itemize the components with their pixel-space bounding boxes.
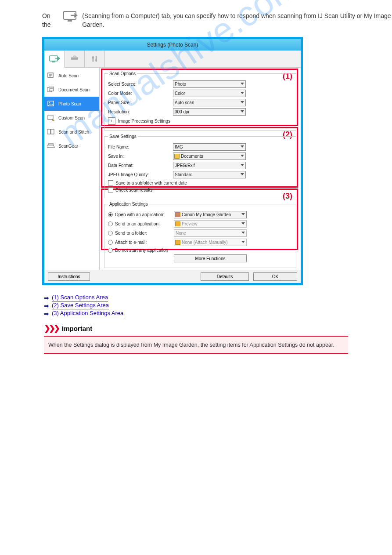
chevron-down-icon	[241, 101, 244, 103]
save-subfolder-label: Save to a subfolder with current date	[115, 181, 187, 185]
link-scan-options[interactable]: (1) Scan Options Area	[52, 294, 108, 301]
jpeg-quality-dropdown[interactable]: Standard	[173, 171, 246, 178]
open-app-dropdown[interactable]: Canon My Image Garden	[174, 211, 247, 218]
computer-tab-icon	[63, 11, 79, 22]
ok-button[interactable]: OK	[253, 272, 297, 281]
important-note: When the Settings dialog is displayed fr…	[44, 336, 348, 354]
tab-scan-from-computer[interactable]	[44, 51, 65, 68]
chevron-down-icon	[241, 92, 244, 94]
svg-rect-3	[52, 62, 55, 62]
chevron-down-icon	[241, 222, 245, 225]
sidebar-item-label: Photo Scan	[58, 102, 81, 106]
sidebar-item-label: Custom Scan	[58, 116, 85, 120]
no-app-radio[interactable]	[108, 248, 113, 253]
open-app-label: Open with an application:	[115, 212, 174, 217]
data-format-dropdown[interactable]: JPEG/Exif	[173, 162, 246, 169]
open-app-radio[interactable]	[108, 212, 113, 217]
resolution-dropdown[interactable]: 300 dpi	[173, 108, 246, 116]
sidebar-item-label: Scan and Stitch	[58, 130, 89, 134]
arrow-right-icon: ➡	[44, 310, 49, 317]
resolution-label: Resolution:	[108, 109, 173, 114]
scan-options-legend: Scan Options	[108, 71, 137, 76]
sidebar-item-document-scan[interactable]: Document Scan	[44, 83, 99, 97]
no-app-label: Do not start any application	[115, 248, 168, 253]
paper-size-label: Paper Size:	[108, 100, 173, 105]
save-in-label: Save in:	[108, 154, 173, 159]
check-results-label: Check scan results	[115, 188, 152, 192]
app-icon	[175, 240, 180, 245]
ips-label: Image Processing Settings	[118, 119, 170, 123]
chevron-down-icon	[241, 241, 245, 243]
svg-rect-15	[47, 129, 50, 134]
chevron-down-icon	[241, 232, 245, 234]
color-mode-label: Color Mode:	[108, 91, 173, 96]
data-format-label: Data Format:	[108, 163, 173, 168]
important-title: Important	[62, 325, 92, 332]
intro-prefix: On the	[42, 12, 59, 29]
intro-suffix: (Scanning from a Computer) tab, you can …	[82, 12, 392, 29]
sidebar-item-scangear[interactable]: ScanGear	[44, 139, 99, 153]
sidebar-item-auto-scan[interactable]: Auto Scan	[44, 69, 99, 83]
svg-point-7	[92, 57, 94, 59]
attach-email-radio[interactable]	[108, 240, 113, 245]
color-mode-dropdown[interactable]: Color	[173, 90, 246, 97]
svg-point-8	[95, 59, 97, 62]
sidebar-item-photo-scan[interactable]: Photo Scan	[44, 97, 99, 111]
attach-email-label: Attach to e-mail:	[115, 240, 174, 245]
sidebar-item-scan-stitch[interactable]: Scan and Stitch	[44, 125, 99, 139]
save-settings-legend: Save Settings	[108, 134, 138, 139]
arrow-right-icon: ➡	[44, 302, 49, 309]
link-app-settings[interactable]: (3) Application Settings Area	[52, 310, 123, 317]
send-folder-label: Send to a folder:	[115, 231, 174, 236]
send-app-label: Send to an application:	[115, 221, 174, 226]
chevron-down-icon	[241, 164, 244, 166]
folder-icon	[174, 154, 180, 159]
chevron-down-icon	[241, 155, 244, 157]
instructions-button[interactable]: Instructions	[48, 272, 90, 281]
expand-ips-button[interactable]: +	[108, 117, 115, 125]
app-settings-fieldset: Application Settings Open with an applic…	[104, 202, 296, 268]
check-results-checkbox[interactable]	[108, 187, 113, 192]
send-app-dropdown: Preview	[174, 220, 247, 228]
chevron-down-icon	[241, 110, 244, 112]
file-name-input[interactable]: IMG	[173, 143, 246, 151]
auto-scan-icon	[47, 72, 55, 79]
save-in-dropdown[interactable]: Documents	[173, 152, 246, 160]
send-app-radio[interactable]	[108, 221, 113, 226]
more-functions-button[interactable]: More Functions	[174, 254, 247, 262]
dialog-title: Settings (Photo Scan)	[44, 39, 301, 51]
svg-point-13	[49, 102, 50, 104]
tab-scan-from-panel[interactable]	[65, 51, 85, 67]
app-settings-legend: Application Settings	[108, 202, 149, 207]
jpeg-quality-label: JPEG Image Quality:	[108, 172, 173, 177]
attach-email-dropdown: None (Attach Manually)	[174, 239, 247, 246]
save-subfolder-checkbox[interactable]	[108, 180, 113, 185]
chevron-down-icon	[241, 145, 244, 148]
paper-size-dropdown[interactable]: Auto scan	[173, 99, 246, 106]
important-chevrons-icon: ❯❯❯	[44, 323, 58, 333]
sidebar-item-label: ScanGear	[58, 144, 78, 149]
select-source-label: Select Source:	[108, 82, 173, 87]
defaults-button[interactable]: Defaults	[201, 272, 249, 281]
scangear-icon	[47, 142, 55, 149]
photo-scan-icon	[47, 100, 55, 107]
svg-rect-16	[51, 129, 54, 134]
send-folder-radio[interactable]	[108, 231, 113, 236]
chevron-down-icon	[241, 83, 244, 85]
svg-rect-17	[49, 143, 53, 145]
document-scan-icon	[47, 86, 55, 93]
save-settings-fieldset: Save Settings File Name: IMG Save in: Do…	[104, 134, 296, 198]
arrow-right-icon: ➡	[44, 294, 49, 301]
app-icon	[175, 212, 180, 217]
custom-scan-icon	[47, 114, 55, 121]
link-save-settings[interactable]: (2) Save Settings Area	[52, 302, 109, 309]
svg-rect-1	[68, 20, 72, 22]
tab-general-settings[interactable]	[85, 51, 105, 67]
chevron-down-icon	[241, 213, 245, 215]
settings-dialog: Settings (Photo Scan) Auto Scan Document…	[42, 37, 303, 285]
file-name-label: File Name:	[108, 145, 173, 149]
scan-options-fieldset: Scan Options Select Source: Photo Color …	[104, 71, 296, 131]
sidebar-item-custom-scan[interactable]: Custom Scan	[44, 111, 99, 125]
select-source-dropdown[interactable]: Photo	[173, 80, 246, 88]
sidebar-item-label: Auto Scan	[58, 73, 79, 78]
